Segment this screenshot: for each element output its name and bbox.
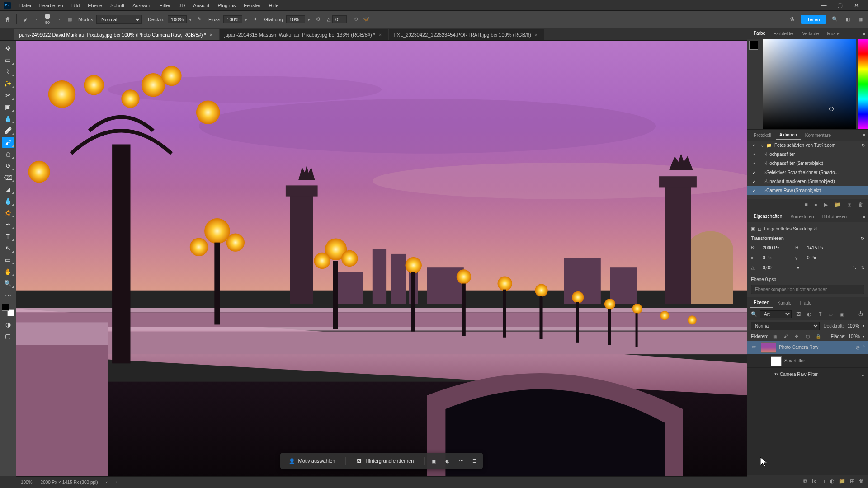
link-layers-icon[interactable]: ⧉ [803, 478, 807, 484]
adjustment-layer-icon[interactable]: ◐ [830, 478, 834, 484]
menu-edit[interactable]: Bearbeiten [35, 3, 67, 8]
panel-menu-icon[interactable]: ≡ [863, 214, 868, 219]
expand-icon[interactable]: ⌃ [862, 345, 865, 350]
symmetry-icon[interactable]: 🦋 [362, 15, 370, 23]
canvas-area[interactable]: 👤Motiv auswählen 🖼Hintergrund entfernen … [16, 41, 747, 476]
pen-tool-icon[interactable]: ✒ [2, 219, 14, 230]
layer-row[interactable]: 👁 Photo Camera Raw ◎ ⌃ [747, 341, 868, 354]
lock-all-icon[interactable]: 🔒 [814, 334, 822, 339]
layer-name[interactable]: Smartfilter [784, 358, 805, 363]
status-prev-icon[interactable]: ‹ [106, 480, 108, 485]
marquee-tool-icon[interactable]: ▭ [2, 55, 14, 66]
rotation-dropdown-icon[interactable]: ▾ [797, 265, 799, 270]
lock-artboard-icon[interactable]: ▢ [803, 334, 811, 339]
tab-close-icon[interactable]: × [210, 32, 212, 38]
share-button[interactable]: Teilen [801, 15, 826, 24]
close-icon[interactable]: ✕ [848, 2, 864, 9]
action-row[interactable]: ✓›Camera Raw (Smartobjekt) [747, 186, 868, 195]
height-input[interactable] [807, 245, 835, 250]
lock-position-icon[interactable]: ✥ [793, 334, 801, 339]
layer-opacity-input[interactable]: 100% [847, 324, 859, 328]
document-tab[interactable]: paris-2499022 David Mark auf Pixabay.jpg… [14, 29, 219, 40]
brush-tool-icon[interactable]: 🖌 [2, 137, 14, 148]
search-icon[interactable]: 🔍 [831, 15, 839, 23]
eraser-tool-icon[interactable]: ⌫ [2, 172, 14, 183]
tab-close-icon[interactable]: × [379, 32, 382, 38]
checkmark-icon[interactable]: ✓ [750, 143, 758, 148]
panel-menu-icon[interactable]: ≡ [863, 300, 868, 305]
path-select-tool-icon[interactable]: ↖ [2, 243, 14, 253]
filter-type-icon[interactable]: T [816, 310, 824, 318]
dodge-tool-icon[interactable]: 🔅 [2, 207, 14, 218]
document-tab[interactable]: PXL_20230422_122623454.PORTRAIT.jpg bei … [389, 29, 544, 40]
layer-row[interactable]: 👁 Camera Raw-Filter ⫝ [747, 368, 868, 381]
blur-tool-icon[interactable]: 💧 [2, 196, 14, 206]
screen-mode-icon[interactable]: ▢ [2, 331, 14, 342]
home-icon[interactable] [4, 15, 12, 23]
clone-stamp-tool-icon[interactable]: ⎙ [2, 149, 14, 160]
lock-pixels-icon[interactable]: 🖌 [782, 334, 790, 339]
zoom-level[interactable]: 100% [21, 480, 33, 485]
layer-name[interactable]: Photo Camera Raw [779, 345, 818, 350]
gradient-tool-icon[interactable]: ◢ [2, 184, 14, 195]
tab-properties[interactable]: Eigenschaften [750, 212, 786, 221]
history-brush-tool-icon[interactable]: ↺ [2, 160, 14, 171]
filter-toggle-icon[interactable]: ⏻ [856, 310, 864, 318]
pressure-opacity-icon[interactable]: ✎ [196, 15, 204, 23]
action-row[interactable]: ✓›Hochpassfilter [747, 150, 868, 159]
visibility-icon[interactable]: 👁 [750, 345, 758, 350]
menu-help[interactable]: Hilfe [264, 3, 283, 8]
menu-filter[interactable]: Filter [156, 3, 175, 8]
blend-mode-select[interactable]: Normal [96, 15, 142, 24]
maximize-icon[interactable]: ▢ [832, 2, 848, 9]
status-next-icon[interactable]: › [116, 480, 117, 485]
layer-filter-select[interactable]: Art [760, 310, 792, 318]
tab-libraries[interactable]: Bibliotheken [819, 212, 850, 221]
filter-options-icon[interactable]: ⫝ [861, 372, 865, 377]
select-subject-button[interactable]: 👤Motiv auswählen [285, 455, 339, 466]
tool-preset-icon[interactable]: 🖌 [21, 15, 29, 23]
document-canvas[interactable]: 👤Motiv auswählen 🖼Hintergrund entfernen … [16, 41, 747, 476]
lasso-tool-icon[interactable]: ⌇ [2, 66, 14, 77]
layer-fill-input[interactable]: 100% [848, 334, 860, 339]
edit-toolbar-icon[interactable]: ⋯ [2, 290, 14, 300]
shape-tool-icon[interactable]: ▭ [2, 254, 14, 265]
delete-icon[interactable]: 🗑 [858, 202, 863, 208]
new-layer-icon[interactable]: ⊞ [850, 478, 854, 484]
angle-input[interactable]: 0° [332, 15, 347, 23]
healing-tool-icon[interactable]: 🩹 [2, 125, 14, 136]
panel-menu-icon[interactable]: ≡ [863, 132, 868, 138]
hue-slider[interactable]: ◂ [858, 39, 868, 129]
document-tab[interactable]: japan-2014618 Masashi Wakui auf Pixabay.… [220, 29, 388, 40]
quick-mask-icon[interactable]: ◑ [2, 319, 14, 330]
layer-blend-select[interactable]: Normal [751, 322, 820, 330]
stop-icon[interactable]: ■ [805, 202, 808, 208]
delete-layer-icon[interactable]: 🗑 [859, 478, 864, 484]
layer-name[interactable]: Camera Raw-Filter [780, 372, 818, 377]
workspace-icon[interactable]: ◧ [844, 15, 852, 23]
filter-image-icon[interactable]: 🖼 [794, 310, 802, 318]
reset-icon[interactable]: ⟳ [862, 143, 868, 148]
tab-swatches[interactable]: Farbfelder [770, 29, 798, 38]
zoom-tool-icon[interactable]: 🔍 [2, 278, 14, 289]
tab-comments[interactable]: Kommentare [802, 131, 835, 140]
width-input[interactable] [763, 245, 791, 250]
new-action-icon[interactable]: ⊞ [847, 202, 852, 208]
type-tool-icon[interactable]: T [2, 231, 14, 242]
layer-row[interactable]: Smartfilter [747, 354, 868, 368]
layer-style-icon[interactable]: fx [812, 478, 816, 484]
action-row[interactable]: ✓›Unscharf maskieren (Smartobjekt) [747, 177, 868, 186]
menu-3d[interactable]: 3D [175, 3, 189, 8]
brush-preset-dropdown[interactable] [55, 15, 63, 23]
color-swatch[interactable] [749, 41, 758, 50]
menu-type[interactable]: Schrift [106, 3, 128, 8]
tab-channels[interactable]: Kanäle [774, 299, 795, 307]
minimize-icon[interactable]: — [816, 2, 832, 9]
opacity-input[interactable]: 100% [168, 15, 187, 23]
menu-image[interactable]: Bild [67, 3, 84, 8]
menu-layer[interactable]: Ebene [84, 3, 106, 8]
filter-mask-thumbnail[interactable] [771, 356, 782, 366]
menu-file[interactable]: Datei [15, 3, 35, 8]
group-icon[interactable]: 📁 [839, 478, 845, 484]
filter-adjust-icon[interactable]: ◐ [805, 310, 813, 318]
